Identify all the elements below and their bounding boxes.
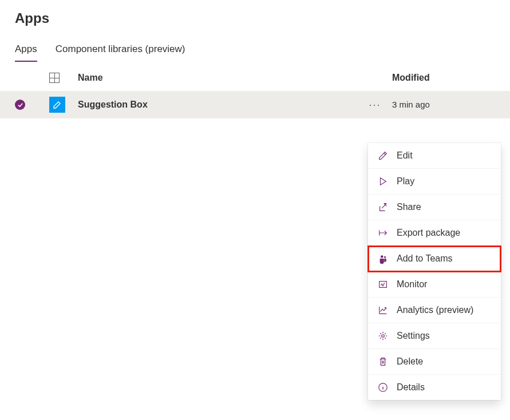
settings-icon	[377, 330, 389, 342]
grid-view-toggle[interactable]	[49, 73, 78, 83]
edit-icon	[377, 150, 389, 161]
menu-item-label: Add to Teams	[397, 253, 453, 264]
menu-edit[interactable]: Edit	[368, 143, 501, 169]
menu-settings[interactable]: Settings	[368, 323, 501, 349]
menu-item-label: Settings	[397, 331, 430, 341]
svg-point-0	[381, 255, 384, 258]
more-actions-button[interactable]: ···	[367, 99, 383, 111]
menu-delete[interactable]: Delete	[368, 349, 501, 375]
context-menu: Edit Play Share Export package Add to Te…	[368, 143, 501, 400]
menu-item-label: Share	[397, 202, 421, 212]
menu-add-to-teams[interactable]: Add to Teams	[368, 246, 501, 272]
column-modified[interactable]: Modified	[392, 73, 495, 83]
page-title: Apps	[0, 0, 510, 32]
menu-analytics[interactable]: Analytics (preview)	[368, 298, 501, 323]
details-icon	[377, 382, 389, 393]
app-icon	[49, 97, 65, 113]
menu-monitor[interactable]: Monitor	[368, 272, 501, 298]
column-name[interactable]: Name	[78, 73, 358, 83]
menu-item-label: Delete	[397, 356, 423, 367]
menu-item-label: Monitor	[397, 279, 427, 290]
monitor-icon	[377, 279, 389, 290]
grid-icon	[49, 73, 60, 83]
delete-icon	[377, 356, 389, 367]
menu-item-label: Edit	[397, 150, 413, 161]
share-icon	[377, 201, 389, 213]
menu-item-label: Details	[397, 382, 425, 393]
tab-component-libraries[interactable]: Component libraries (preview)	[56, 43, 185, 62]
menu-export[interactable]: Export package	[368, 220, 501, 246]
tabs: Apps Component libraries (preview)	[0, 32, 510, 62]
selection-checkmark-icon[interactable]	[15, 100, 25, 110]
menu-item-label: Analytics (preview)	[397, 305, 473, 315]
app-name: Suggestion Box	[78, 100, 148, 109]
svg-point-3	[382, 335, 385, 338]
play-icon	[377, 176, 389, 187]
menu-details[interactable]: Details	[368, 375, 501, 400]
menu-item-label: Export package	[397, 228, 460, 238]
menu-share[interactable]: Share	[368, 195, 501, 220]
svg-point-1	[384, 256, 386, 258]
menu-play[interactable]: Play	[368, 169, 501, 195]
analytics-icon	[377, 304, 389, 316]
export-icon	[377, 227, 389, 239]
tab-apps[interactable]: Apps	[15, 43, 37, 62]
modified-time: 3 min ago	[392, 100, 430, 109]
menu-item-label: Play	[397, 176, 414, 187]
table-row[interactable]: Suggestion Box ··· 3 min ago	[0, 91, 510, 118]
table-header: Name Modified	[0, 62, 510, 91]
teams-icon	[377, 253, 389, 264]
